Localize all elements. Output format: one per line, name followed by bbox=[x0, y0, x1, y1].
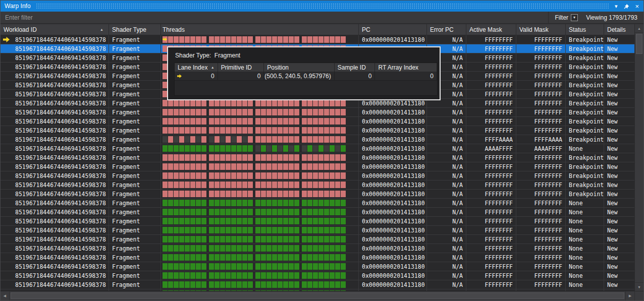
scroll-right-button[interactable]: ▶ bbox=[625, 291, 634, 300]
thread-block bbox=[283, 263, 288, 270]
table-row[interactable]: 85196718446744069414598378Fragment0x0000… bbox=[1, 262, 635, 271]
thread-block bbox=[313, 209, 318, 215]
table-row[interactable]: 85196718446744069414598378Fragment0x0000… bbox=[1, 235, 635, 244]
table-row[interactable]: 85196718446744069414598378Fragment0x0000… bbox=[1, 35, 635, 44]
lane-col-header-lane-index[interactable]: Lane Index ▲ bbox=[175, 63, 218, 72]
thread-block bbox=[324, 209, 329, 215]
thread-block bbox=[289, 191, 294, 197]
table-row[interactable]: 85196718446744069414598378Fragment0x0000… bbox=[1, 126, 635, 135]
table-row[interactable]: 85196718446744069414598378Fragment0x0000… bbox=[1, 217, 635, 226]
table-row[interactable]: 85196718446744069414598378Fragment0x0000… bbox=[1, 108, 635, 117]
thread-block bbox=[307, 172, 312, 179]
thread-block bbox=[248, 191, 253, 197]
col-header-error-pc[interactable]: Error PC bbox=[427, 24, 466, 35]
table-row[interactable]: 85196718446744069414598378Fragment0x0000… bbox=[1, 135, 635, 144]
thread-group bbox=[209, 100, 253, 106]
active-mask-cell: FFFFFFFF bbox=[466, 262, 516, 271]
thread-block bbox=[330, 145, 335, 152]
col-header-status[interactable]: Status bbox=[566, 24, 604, 35]
close-icon[interactable]: × bbox=[635, 3, 639, 10]
lane-col-header-rt-array-index[interactable]: RT Array Index bbox=[375, 63, 437, 72]
thread-group bbox=[209, 182, 253, 188]
thread-block bbox=[255, 227, 260, 233]
col-header-details[interactable]: Details bbox=[604, 24, 635, 35]
thread-block bbox=[209, 263, 214, 270]
scroll-left-button[interactable]: ◀ bbox=[1, 291, 10, 300]
scroll-up-button[interactable]: ▲ bbox=[635, 24, 643, 33]
thread-block bbox=[242, 127, 247, 134]
thread-block bbox=[294, 182, 299, 188]
thread-block bbox=[261, 118, 266, 125]
title-bar[interactable]: Warp Info ▾ × bbox=[1, 1, 643, 12]
table-row[interactable]: 85196718446744069414598378Fragment0x0000… bbox=[1, 226, 635, 235]
thread-block bbox=[302, 172, 307, 179]
table-row[interactable]: 85196718446744069414598378Fragment0x0000… bbox=[1, 208, 635, 217]
thread-block bbox=[248, 209, 253, 215]
table-row[interactable]: 85196718446744069414598378Fragment0x0000… bbox=[1, 153, 635, 162]
thread-block bbox=[163, 209, 168, 215]
thread-block bbox=[163, 154, 168, 161]
table-row[interactable]: 85196718446744069414598378Fragment0x0000… bbox=[1, 253, 635, 262]
thread-block bbox=[174, 227, 179, 233]
thread-group bbox=[302, 254, 346, 261]
col-header-active-mask[interactable]: Active Mask bbox=[466, 24, 516, 35]
table-row[interactable]: 85196718446744069414598378Fragment0x0000… bbox=[1, 162, 635, 171]
thread-group bbox=[163, 145, 206, 152]
col-header-shader-type[interactable]: Shader Type bbox=[109, 24, 161, 35]
thread-block bbox=[231, 272, 236, 279]
filter-dropdown-button[interactable]: ▾ bbox=[571, 14, 578, 21]
col-header-valid-mask[interactable]: Valid Mask bbox=[516, 24, 566, 35]
status-cell: Breakpoint bbox=[566, 162, 604, 171]
thread-group bbox=[209, 127, 253, 134]
popup-shader-type: Shader Type: Fragment bbox=[168, 47, 440, 63]
thread-block bbox=[226, 182, 231, 188]
col-header-pc[interactable]: PC bbox=[359, 24, 427, 35]
lane-col-header-primitive-id[interactable]: Primitive ID bbox=[218, 63, 264, 72]
col-header-threads[interactable]: Threads bbox=[161, 24, 359, 35]
status-cell: Breakpoint bbox=[566, 44, 604, 53]
thread-block bbox=[220, 172, 225, 179]
thread-block bbox=[335, 272, 340, 279]
details-cell: New bbox=[604, 53, 635, 62]
pc-cell: 0x0000000201413180 bbox=[359, 35, 427, 44]
filter-input[interactable] bbox=[1, 12, 548, 23]
table-row[interactable]: 85196718446744069414598378Fragment0x0000… bbox=[1, 271, 635, 280]
lane-col-header-sample-id[interactable]: Sample ID bbox=[335, 63, 375, 72]
table-row[interactable]: 85196718446744069414598378Fragment0x0000… bbox=[1, 117, 635, 126]
chevron-down-icon[interactable]: ▾ bbox=[615, 4, 618, 9]
vertical-scrollbar-thumb[interactable] bbox=[636, 34, 642, 54]
horizontal-scrollbar-thumb[interactable] bbox=[11, 292, 624, 299]
thread-block bbox=[209, 227, 214, 233]
vertical-scrollbar[interactable]: ▲ ▼ bbox=[634, 24, 643, 291]
table-row[interactable]: 85196718446744069414598378Fragment0x0000… bbox=[1, 280, 635, 289]
scroll-down-button[interactable]: ▼ bbox=[635, 282, 643, 291]
thread-group bbox=[209, 218, 253, 224]
thread-block bbox=[214, 227, 220, 233]
error-pc-cell: N/A bbox=[427, 226, 466, 234]
table-row[interactable]: 85196718446744069414598378Fragment0x0000… bbox=[1, 190, 635, 199]
table-row[interactable]: 85196718446744069414598378Fragment0x0000… bbox=[1, 244, 635, 253]
thread-block bbox=[220, 191, 225, 197]
lane-col-header-position[interactable]: Position bbox=[264, 63, 334, 72]
valid-mask-cell: FFFFFFFF bbox=[516, 44, 566, 53]
thread-block bbox=[272, 245, 277, 252]
lane-row[interactable]: 0 0 (500.5, 240.5, 0.957976) 0 0 bbox=[175, 72, 437, 81]
table-row[interactable]: 85196718446744069414598378Fragment0x0000… bbox=[1, 171, 635, 180]
thread-group bbox=[163, 182, 206, 188]
thread-block bbox=[163, 272, 168, 279]
thread-block bbox=[168, 118, 173, 125]
horizontal-scrollbar[interactable]: ◀ ▶ bbox=[1, 291, 643, 300]
workload-id-cell: 85196718446744069414598378 bbox=[1, 99, 109, 107]
thread-block bbox=[185, 200, 190, 206]
table-row[interactable]: 85196718446744069414598378Fragment0x0000… bbox=[1, 199, 635, 208]
thread-block bbox=[226, 36, 231, 43]
table-row[interactable]: 85196718446744069414598378Fragment0x0000… bbox=[1, 144, 635, 153]
col-header-workload-id[interactable]: Workload ID ▲ bbox=[1, 24, 109, 35]
thread-group bbox=[302, 127, 346, 134]
thread-block bbox=[283, 145, 288, 152]
shader-type-cell: Fragment bbox=[109, 171, 161, 180]
table-row[interactable]: 85196718446744069414598378Fragment0x0000… bbox=[1, 180, 635, 190]
thread-group bbox=[302, 236, 346, 243]
details-cell: New bbox=[604, 81, 635, 89]
pin-icon[interactable] bbox=[623, 4, 629, 9]
